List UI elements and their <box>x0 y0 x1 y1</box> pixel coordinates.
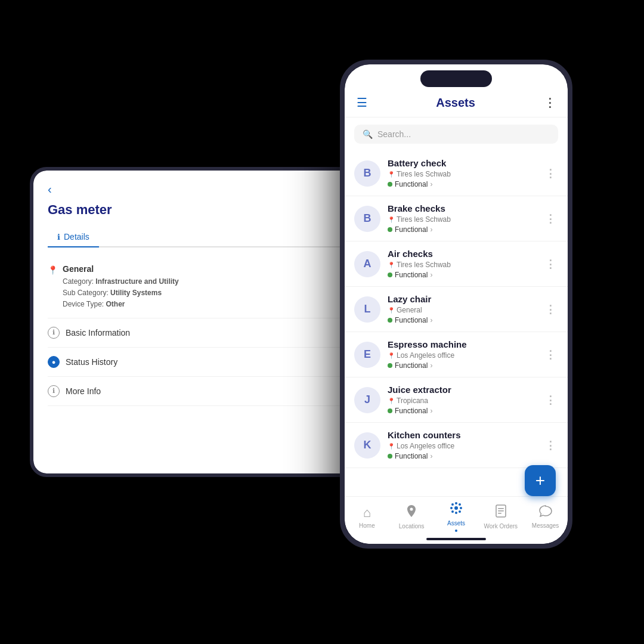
item-more-icon[interactable]: ⋮ <box>543 210 558 228</box>
info-icon: ℹ <box>57 233 60 242</box>
search-input[interactable]: Search... <box>377 129 550 139</box>
asset-info: Juice extractor 📍 Tropicana Functional › <box>388 385 535 415</box>
svg-point-0 <box>454 506 458 510</box>
nav-messages[interactable]: Messages <box>523 505 568 529</box>
list-item[interactable]: B Brake checks 📍 Tires les Schwab Functi… <box>345 196 568 242</box>
asset-status: Functional › <box>388 407 535 415</box>
location-pin-icon: 📍 <box>388 443 395 450</box>
svg-point-5 <box>451 503 454 506</box>
tab-details-label: Details <box>64 232 89 242</box>
svg-point-7 <box>459 503 461 506</box>
svg-rect-11 <box>498 510 504 512</box>
nav-locations-label: Locations <box>399 523 425 530</box>
asset-list: B Battery check 📍 Tires les Schwab Funct… <box>345 151 568 496</box>
asset-location: 📍 Tires les Schwab <box>388 170 535 178</box>
asset-location: 📍 Los Angeles office <box>388 351 535 360</box>
asset-location: 📍 Los Angeles office <box>388 442 535 450</box>
asset-name: Air checks <box>388 249 535 259</box>
asset-status: Functional › <box>388 271 535 279</box>
asset-avatar: J <box>354 387 380 413</box>
asset-info: Battery check 📍 Tires les Schwab Functio… <box>388 158 535 188</box>
asset-name: Lazy chair <box>388 294 535 304</box>
phone-more-menu-icon[interactable]: ⋮ <box>544 95 556 110</box>
status-chevron: › <box>430 180 432 188</box>
asset-location: 📍 Tropicana <box>388 397 535 405</box>
nav-home[interactable]: ⌂ Home <box>345 505 389 529</box>
phone-notch <box>420 70 492 87</box>
active-indicator <box>455 530 457 532</box>
status-green-dot <box>388 318 392 323</box>
list-item[interactable]: K Kitchen counters 📍 Los Angeles office … <box>345 423 568 468</box>
asset-status: Functional › <box>388 225 535 234</box>
svg-point-3 <box>450 507 453 509</box>
asset-status: Functional › <box>388 361 535 370</box>
status-green-dot <box>388 182 392 187</box>
status-chevron: › <box>430 407 432 415</box>
asset-location: 📍 General <box>388 306 535 314</box>
more-info-icon: ℹ <box>48 385 60 397</box>
item-more-icon[interactable]: ⋮ <box>543 301 558 318</box>
search-bar[interactable]: 🔍 Search... <box>354 125 558 144</box>
list-item[interactable]: L Lazy chair 📍 General Functional › ⋮ <box>345 287 568 332</box>
asset-info: Espresso machine 📍 Los Angeles office Fu… <box>388 339 535 370</box>
asset-status: Functional › <box>388 452 535 460</box>
asset-info: Air checks 📍 Tires les Schwab Functional… <box>388 249 535 279</box>
location-pin-icon: 📍 <box>48 265 58 275</box>
add-asset-fab[interactable]: + <box>525 465 556 496</box>
asset-status: Functional › <box>388 316 535 324</box>
location-pin-icon: 📍 <box>388 216 395 223</box>
nav-assets[interactable]: Assets <box>434 501 479 532</box>
svg-rect-10 <box>498 508 504 509</box>
home-indicator <box>426 538 486 540</box>
svg-point-8 <box>451 510 454 513</box>
location-pin-icon: 📍 <box>388 307 395 314</box>
hamburger-menu-icon[interactable]: ☰ <box>357 95 367 110</box>
asset-info: Kitchen counters 📍 Los Angeles office Fu… <box>388 430 535 460</box>
nav-work-orders[interactable]: Work Orders <box>478 504 523 530</box>
status-chevron: › <box>430 225 432 234</box>
tab-details[interactable]: ℹ Details <box>48 227 99 247</box>
bottom-navigation: ⌂ Home Locations <box>345 496 568 544</box>
svg-rect-12 <box>498 513 501 514</box>
asset-name: Battery check <box>388 158 535 168</box>
svg-point-1 <box>455 502 457 504</box>
phone-page-title: Assets <box>436 96 475 110</box>
list-item[interactable]: E Espresso machine 📍 Los Angeles office … <box>345 332 568 377</box>
assets-icon <box>450 501 463 518</box>
basic-info-icon: ℹ <box>48 327 60 339</box>
asset-avatar: K <box>354 432 380 459</box>
list-item[interactable]: A Air checks 📍 Tires les Schwab Function… <box>345 242 568 287</box>
asset-avatar: B <box>354 160 380 187</box>
item-more-icon[interactable]: ⋮ <box>543 255 558 273</box>
location-pin-icon: 📍 <box>388 398 395 404</box>
nav-assets-label: Assets <box>447 520 465 527</box>
list-item[interactable]: J Juice extractor 📍 Tropicana Functional… <box>345 377 568 423</box>
status-green-dot <box>388 408 392 413</box>
asset-location: 📍 Tires les Schwab <box>388 261 535 269</box>
asset-avatar: E <box>354 342 380 368</box>
phone-screen: ☰ Assets ⋮ 🔍 Search... B Battery check 📍… <box>345 64 568 544</box>
status-chevron: › <box>430 271 432 279</box>
nav-locations[interactable]: Locations <box>389 504 434 530</box>
location-pin-icon: 📍 <box>388 262 395 268</box>
nav-home-label: Home <box>359 522 375 529</box>
asset-location: 📍 Tires les Schwab <box>388 215 535 224</box>
nav-work-orders-label: Work Orders <box>484 523 518 530</box>
messages-icon <box>539 505 552 521</box>
nav-messages-label: Messages <box>532 522 559 529</box>
asset-name: Juice extractor <box>388 385 535 395</box>
location-pin-icon: 📍 <box>388 171 395 178</box>
locations-icon <box>405 504 417 521</box>
item-more-icon[interactable]: ⋮ <box>543 391 558 409</box>
item-more-icon[interactable]: ⋮ <box>543 346 558 364</box>
phone-device: ☰ Assets ⋮ 🔍 Search... B Battery check 📍… <box>340 60 572 549</box>
status-chevron: › <box>430 316 432 324</box>
location-pin-icon: 📍 <box>388 352 395 359</box>
asset-avatar: B <box>354 206 380 232</box>
list-item[interactable]: B Battery check 📍 Tires les Schwab Funct… <box>345 151 568 196</box>
asset-avatar: L <box>354 296 380 323</box>
item-more-icon[interactable]: ⋮ <box>543 436 558 454</box>
item-more-icon[interactable]: ⋮ <box>543 165 558 182</box>
status-green-dot <box>388 273 392 277</box>
asset-info: Lazy chair 📍 General Functional › <box>388 294 535 324</box>
